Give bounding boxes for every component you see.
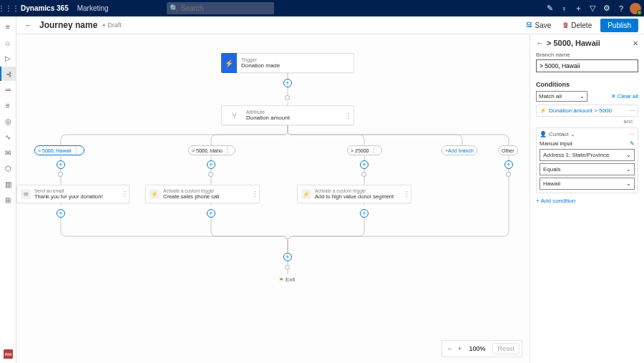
edit-icon[interactable]: ✎ (542, 0, 557, 16)
rail-journeys-icon[interactable]: ⊰ (0, 67, 16, 81)
rail-list-icon[interactable]: ≡ (0, 98, 16, 112)
publish-button[interactable]: Publish (600, 19, 638, 32)
action-node-email[interactable]: ✉ Send an email Thank you for your donat… (16, 185, 130, 203)
rail-mail-icon[interactable]: ✉ (0, 145, 16, 160)
rail-analytics-icon[interactable]: ⥬ (0, 82, 16, 97)
global-search-input[interactable] (181, 4, 274, 12)
add-condition-button[interactable]: + Add condition (536, 198, 638, 204)
edit-icon[interactable]: ✎ (630, 140, 635, 147)
add-branch-button[interactable]: + Add branch (441, 145, 477, 155)
panel-close-button[interactable]: ✕ (633, 39, 638, 47)
gear-icon[interactable]: ⚙ (600, 0, 614, 16)
avatar[interactable] (630, 3, 641, 14)
branch-pill-hawaii[interactable]: > 5000, Hawaii ⋮ (34, 145, 84, 155)
action-node-sales-call[interactable]: ⚡ Activate a custom trigger Create sales… (145, 185, 260, 203)
connector-dot (58, 172, 63, 177)
add-step-button[interactable]: + (283, 253, 292, 261)
rail-hamburger-icon[interactable]: ≡ (0, 19, 16, 34)
operator-dropdown[interactable]: Equals⌄ (540, 163, 635, 175)
attribute-node[interactable]: ⑂ Attribute Donation amount ⋮ (221, 105, 354, 125)
connector-dot (506, 172, 511, 177)
node-more-icon[interactable]: ⋮ (343, 112, 353, 120)
back-button[interactable]: ← (22, 19, 35, 32)
save-icon: 🖫 (526, 21, 532, 29)
branch-pill-idaho[interactable]: > 5000, Idaho ⋮ (188, 145, 235, 155)
action-label: Create sales phone call (163, 193, 250, 200)
add-step-button[interactable]: + (207, 160, 215, 169)
add-step-button[interactable]: + (57, 209, 65, 218)
field-dropdown[interactable]: Address 1: State/Province⌄ (540, 149, 635, 161)
branch-pill-other[interactable]: Other (498, 145, 518, 155)
connector-dot (361, 172, 366, 177)
rail-misc2-icon[interactable]: ⊞ (0, 193, 16, 207)
save-button[interactable]: 🖫Save (522, 19, 555, 32)
node-label: Donation made (241, 62, 353, 69)
rail-profile-badge[interactable]: RM (4, 349, 13, 359)
pill-more-icon[interactable]: ⋮ (223, 147, 232, 154)
rail-target-icon[interactable]: ◎ (0, 114, 16, 128)
add-step-button[interactable]: + (504, 160, 513, 169)
pill-more-icon[interactable]: ⋮ (72, 147, 81, 154)
journey-canvas[interactable]: ⚡ Trigger Donation made + ⑂ Attribute Do… (16, 34, 530, 363)
action-type: Send an email (34, 188, 120, 193)
add-step-button[interactable]: + (360, 209, 369, 218)
branch-name-input[interactable] (536, 59, 638, 72)
condition-icon: ⚡ (540, 107, 547, 114)
add-step-button[interactable]: + (283, 79, 292, 87)
branch-icon: ⑂ (226, 107, 242, 123)
rail-misc1-icon[interactable]: ▥ (0, 177, 16, 191)
condition-more-icon[interactable]: ⋯ (629, 107, 635, 114)
connector-dot (285, 95, 290, 100)
global-search[interactable]: 🔍 (167, 2, 274, 14)
condition-donation-amount[interactable]: ⚡ Donation amount > 5000 ⋯ (536, 105, 638, 117)
chevron-down-icon: ⌄ (626, 180, 631, 187)
value-dropdown[interactable]: Hawaii⌄ (540, 178, 635, 190)
delete-button[interactable]: 🗑Delete (558, 19, 596, 32)
topbar-actions: ✎ ♀ ＋ ▽ ⚙ ? (542, 0, 641, 16)
and-label: and (536, 118, 638, 125)
branch-pill-25000[interactable]: > 25000 ⋮ (347, 145, 382, 155)
plus-icon[interactable]: ＋ (571, 0, 585, 16)
match-mode-select[interactable]: Match all ⌄ (536, 91, 587, 102)
panel-back-button[interactable]: ← (536, 39, 544, 47)
left-nav-rail: ≡ ⌂ ▷ ⊰ ⥬ ≡ ◎ ∿ ✉ ⬡ ▥ ⊞ RM (0, 16, 16, 363)
zoom-out-button[interactable]: − (444, 345, 454, 352)
rail-chart-icon[interactable]: ∿ (0, 130, 16, 144)
connector-dot (208, 172, 213, 177)
rail-play-icon[interactable]: ▷ (0, 51, 16, 65)
add-step-button[interactable]: + (360, 160, 369, 169)
delete-icon: 🗑 (562, 21, 569, 29)
conditions-heading: Conditions (536, 81, 638, 88)
bulb-icon[interactable]: ♀ (557, 0, 571, 16)
add-step-button[interactable]: + (57, 160, 65, 169)
zoom-percent: 100% (464, 345, 489, 352)
chevron-down-icon: ⌄ (570, 131, 575, 137)
condition-more-icon[interactable]: ⋯ (629, 131, 635, 137)
zoom-reset-button[interactable]: Reset (492, 343, 519, 354)
add-step-button[interactable]: + (207, 209, 215, 218)
node-more-icon[interactable]: ⋮ (120, 190, 129, 198)
zoom-in-button[interactable]: + (454, 345, 464, 352)
node-more-icon[interactable]: ⋮ (250, 190, 259, 198)
rail-home-icon[interactable]: ⌂ (0, 35, 16, 49)
action-label: Add to high value donor segment (315, 193, 402, 200)
trigger-icon: ⚡ (150, 189, 160, 199)
trigger-node[interactable]: ⚡ Trigger Donation made (221, 53, 354, 73)
action-node-segment[interactable]: ⚡ Activate a custom trigger Add to high … (297, 185, 411, 203)
flag-icon: ⚑ (279, 277, 283, 282)
properties-panel: ← > 5000, Hawaii ✕ Branch name Condition… (530, 34, 644, 363)
app-launcher-icon[interactable]: ⋮⋮⋮ (0, 0, 16, 16)
node-more-icon[interactable]: ⋮ (402, 190, 411, 198)
filter-icon[interactable]: ▽ (585, 0, 600, 16)
trigger-icon: ⚡ (221, 53, 237, 73)
contact-icon: 👤 (540, 131, 547, 137)
email-icon: ✉ (21, 189, 31, 199)
action-label: Thank you for your donation! (34, 193, 120, 200)
app-name: Dynamics 365 (16, 4, 73, 12)
pill-more-icon[interactable]: ⋮ (369, 147, 379, 154)
node-type-label: Trigger (241, 57, 353, 62)
clear-all-button[interactable]: ✕Clear all (611, 93, 638, 100)
help-icon[interactable]: ? (614, 0, 628, 16)
trigger-icon: ⚡ (301, 189, 311, 199)
rail-db-icon[interactable]: ⬡ (0, 161, 16, 175)
